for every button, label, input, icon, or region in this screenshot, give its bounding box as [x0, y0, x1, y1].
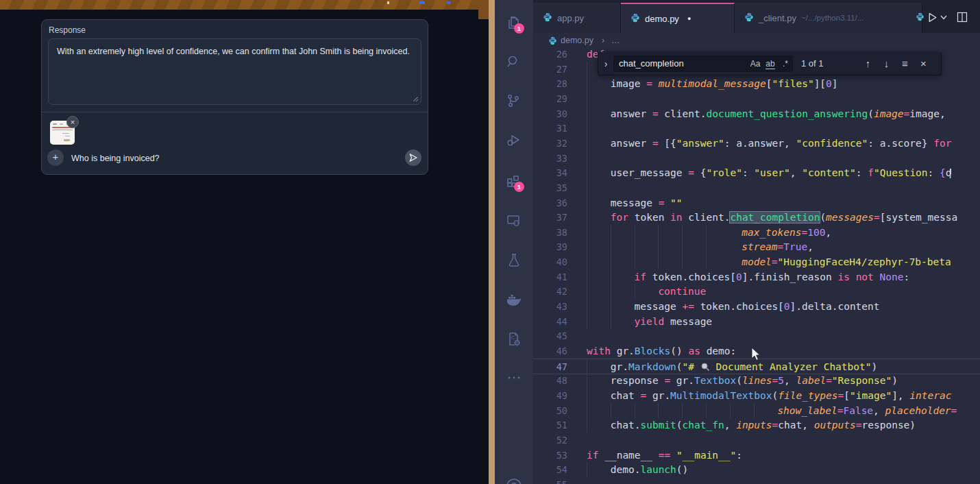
indent-guide — [611, 299, 611, 314]
breadcrumb-more[interactable]: … — [611, 36, 620, 45]
run-dropdown-chevron[interactable] — [940, 15, 947, 20]
find-in-selection-button[interactable]: ≡ — [896, 58, 914, 69]
indent-guide — [730, 403, 731, 418]
code-text: show_label=False, placeholder= — [777, 403, 957, 418]
code-line: 41if token.choices[0].finish_reason is n… — [533, 269, 980, 285]
find-close-button[interactable]: × — [914, 58, 933, 69]
send-button[interactable] — [405, 149, 421, 166]
tab-demo.py[interactable]: demo.py● — [621, 3, 735, 33]
code-line: 30answer = client.document_question_answ… — [533, 106, 980, 121]
indent-guide — [682, 403, 683, 418]
activity-remote-explorer-icon[interactable] — [495, 204, 533, 238]
python-icon — [548, 36, 557, 47]
breadcrumb-file[interactable]: demo.py — [561, 36, 593, 45]
code-text: answer = [{"answer": a.answer, "confiden… — [611, 136, 952, 151]
resize-handle[interactable] — [413, 96, 419, 102]
indent-guide — [587, 373, 587, 388]
line-number: 32 — [533, 136, 567, 151]
line-number: 34 — [533, 165, 567, 180]
indent-guide — [587, 254, 587, 269]
activity-file-gear-icon[interactable]: C — [495, 322, 533, 356]
indent-guide — [658, 254, 659, 269]
code-line: 50show_label=False, placeholder= — [533, 403, 980, 418]
indent-guide — [611, 254, 611, 269]
code-line: 33 — [533, 151, 980, 166]
activity-account-icon[interactable] — [495, 468, 533, 484]
code-line: 42continue — [533, 284, 980, 299]
indent-guide — [635, 284, 635, 299]
extensions-badge: 1 — [514, 182, 524, 192]
find-toggle-chevron[interactable]: › — [598, 58, 613, 69]
find-query[interactable]: chat_completion — [613, 58, 748, 69]
indent-guide — [587, 106, 587, 121]
indent-guide — [682, 239, 683, 254]
line-number: 39 — [533, 239, 567, 254]
indent-guide — [635, 239, 635, 254]
find-input[interactable]: chat_completion Aa ab .* — [613, 56, 793, 72]
indent-guide — [706, 239, 707, 254]
line-number: 46 — [533, 343, 567, 359]
code-text: message = "" — [611, 195, 683, 210]
plus-icon: + — [53, 151, 59, 162]
activity-testing-icon[interactable] — [495, 243, 533, 278]
code-text: with gr.Blocks() as demo: — [587, 343, 736, 359]
code-line: 48response = gr.Textbox(lines=5, label="… — [533, 373, 980, 388]
code-text: gr.Markdown("# Document Analyzer Chatbot… — [611, 359, 877, 374]
chat-input[interactable]: Who is being invoiced? — [71, 154, 160, 163]
match-case-toggle[interactable]: Aa — [748, 59, 763, 69]
activity-explorer-icon[interactable]: 1 — [495, 5, 533, 40]
tabs: app.py demo.py● _client.py~/.../python3.… — [533, 3, 922, 33]
line-number: 55 — [533, 477, 567, 484]
response-text: With an extremely high level of confiden… — [57, 47, 410, 56]
regex-toggle[interactable]: .* — [778, 59, 793, 69]
indent-guide — [587, 91, 587, 106]
indent-guide — [587, 403, 587, 418]
chrome-corner — [478, 0, 489, 19]
activity-docker-icon[interactable] — [495, 282, 533, 317]
screen: Response With an extremely high level of… — [0, 0, 980, 484]
code-text: image = multimodal_message["files"][0] — [611, 76, 838, 91]
tab-app.py[interactable]: app.py — [533, 3, 621, 33]
tab-description: ~/.../python3.11/... — [801, 14, 864, 22]
indent-guide — [587, 136, 587, 151]
code-line: 39stream=True, — [533, 239, 980, 254]
run-button[interactable] — [927, 12, 938, 23]
block-divider — [42, 112, 428, 112]
code-line: 43message += token.choices[0].delta.cont… — [533, 299, 980, 314]
line-number: 48 — [533, 373, 567, 388]
indent-guide — [658, 239, 659, 254]
code-line: 38max_tokens=100, — [533, 225, 980, 240]
code-text: continue — [658, 284, 706, 299]
find-results-count: 1 of 1 — [801, 58, 844, 69]
indent-guide — [587, 180, 587, 195]
indent-guide — [587, 418, 587, 433]
attach-file-button[interactable]: + — [47, 149, 64, 166]
line-number: 31 — [533, 121, 567, 136]
line-number: 49 — [533, 388, 567, 403]
code-text: model="HuggingFaceH4/zephyr-7b-beta — [742, 254, 951, 269]
activity-search-icon[interactable] — [495, 45, 533, 80]
code-line: 45 — [533, 328, 980, 343]
activity-more-icon[interactable] — [495, 361, 533, 395]
activity-source-control-icon[interactable] — [495, 84, 533, 119]
indent-guide — [587, 314, 587, 329]
tab-bar: app.py demo.py● _client.py~/.../python3.… — [533, 0, 980, 33]
code-text: message += token.choices[0].delta.conten… — [635, 299, 880, 314]
code-line: 53if __name__ == "__main__": — [533, 448, 980, 463]
code-line: 35 — [533, 180, 980, 195]
whole-word-toggle[interactable]: ab — [763, 59, 778, 69]
activity-run-debug-icon[interactable] — [495, 124, 533, 158]
svg-text:C: C — [511, 335, 515, 340]
line-number: 51 — [533, 418, 567, 433]
line-number: 52 — [533, 433, 567, 448]
remove-image-button[interactable]: × — [66, 116, 79, 128]
code-text: answer = client.document_question_answer… — [611, 106, 952, 121]
tab-_client.py[interactable]: _client.py~/.../python3.11/... — [735, 3, 922, 33]
activity-extensions-icon[interactable]: 1 — [495, 164, 533, 198]
find-next-button[interactable]: ↓ — [877, 58, 896, 69]
response-textarea[interactable]: With an extremely high level of confiden… — [48, 38, 421, 105]
line-number: 37 — [533, 210, 567, 225]
overview-ruler-marker — [950, 169, 951, 174]
find-previous-button[interactable]: ↑ — [859, 58, 877, 69]
split-editor-button[interactable] — [957, 12, 968, 23]
